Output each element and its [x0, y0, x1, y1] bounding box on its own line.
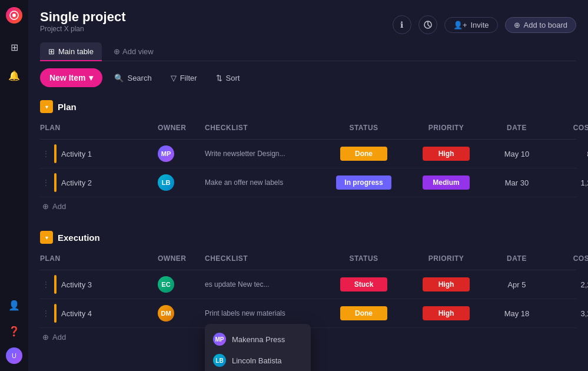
- tab-bar: ⊞ Main table ⊕ Add view: [40, 42, 576, 61]
- sidebar-item-bell[interactable]: 🔔: [5, 66, 24, 85]
- table-area: ▾ Plan Plan Owner Checklist Status Prior…: [28, 94, 588, 371]
- dropdown-avatar: LB: [213, 354, 226, 367]
- filter-button[interactable]: ▽ Filter: [164, 69, 204, 87]
- status-cell[interactable]: Stuck: [323, 277, 405, 292]
- search-icon: 🔍: [114, 74, 124, 82]
- priority-cell[interactable]: High: [405, 306, 487, 320]
- col-cost-exec: Cost/$: [546, 254, 588, 263]
- project-subtitle: Project X plan: [40, 25, 125, 33]
- dropdown-item[interactable]: MP Makenna Press: [205, 329, 311, 350]
- col-checklist: Checklist: [205, 124, 323, 132]
- owner-cell[interactable]: EC: [158, 276, 205, 293]
- sort-label: Sort: [226, 74, 240, 82]
- drag-handle-icon[interactable]: ⋮: [42, 309, 49, 317]
- table-row: ⋮ Activity 3 EC es update New tec... Stu…: [40, 270, 576, 299]
- status-badge: In progress: [336, 175, 391, 190]
- status-badge: Stuck: [340, 277, 387, 292]
- row-plan-cell: ⋮ Activity 3: [40, 270, 158, 299]
- row-plan-cell: ⋮ Activity 2: [40, 168, 158, 197]
- table-row: ⋮ Activity 2 LB Make an offer new labels…: [40, 168, 576, 197]
- project-title-group: Single project Project X plan: [40, 9, 125, 40]
- priority-badge: High: [423, 147, 470, 161]
- priority-cell[interactable]: Medium: [405, 175, 487, 190]
- owner-cell[interactable]: MP: [158, 145, 205, 162]
- column-headers-execution: Plan Owner Checklist Status Priority Dat…: [40, 247, 576, 270]
- add-label: Add: [52, 333, 66, 342]
- add-to-board-button[interactable]: ⊕ Add to board: [505, 17, 576, 33]
- sort-icon: ⇅: [216, 74, 222, 82]
- invite-button[interactable]: 👤+ Invite: [444, 17, 498, 33]
- row-name: Activity 2: [61, 178, 92, 187]
- plus-icon: ⊕: [42, 333, 49, 342]
- checklist-cell: Print labels new materials: [205, 309, 323, 317]
- row-color-bar: [54, 144, 57, 163]
- row-name: Activity 1: [61, 150, 92, 158]
- header-top: Single project Project X plan ℹ 👤+ Invit…: [40, 9, 576, 40]
- add-view-label: Add view: [122, 47, 154, 56]
- status-cell[interactable]: In progress: [323, 175, 405, 190]
- add-label: Add: [52, 202, 66, 211]
- sidebar-item-grid[interactable]: ⊞: [5, 38, 24, 57]
- new-item-label: New Item: [49, 73, 85, 82]
- status-badge: Done: [340, 147, 387, 161]
- sidebar-item-help[interactable]: ❓: [5, 322, 24, 340]
- owner-avatar: EC: [158, 276, 174, 293]
- group-plan-header: ▾ Plan: [40, 94, 576, 117]
- new-item-button[interactable]: New Item ▾: [40, 68, 102, 87]
- cost-cell: 800: [546, 150, 588, 158]
- app-logo[interactable]: [6, 7, 22, 24]
- priority-badge: High: [423, 277, 470, 292]
- col-status: Status: [323, 124, 405, 132]
- row-color-bar: [54, 275, 57, 294]
- cost-cell: 1,200: [546, 178, 588, 187]
- checklist-cell: es update New tec...: [205, 280, 323, 289]
- info-button[interactable]: ℹ: [393, 15, 411, 34]
- dropdown-item-label: Makenna Press: [232, 335, 285, 344]
- chevron-down-icon: ▾: [89, 73, 93, 82]
- search-button[interactable]: 🔍 Search: [107, 69, 158, 87]
- drag-handle-icon[interactable]: ⋮: [42, 150, 49, 158]
- status-cell[interactable]: Done: [323, 147, 405, 161]
- col-cost: Cost/$: [546, 124, 588, 132]
- table-row: ⋮ Activity 1 MP Write newsletter Design.…: [40, 140, 576, 168]
- people-dropdown: MP Makenna Press LB Lincoln Batista EC E…: [205, 324, 311, 371]
- priority-cell[interactable]: High: [405, 147, 487, 161]
- status-cell[interactable]: Done: [323, 306, 405, 320]
- filter-icon: ▽: [171, 74, 177, 82]
- sort-button[interactable]: ⇅ Sort: [209, 69, 247, 87]
- drag-handle-icon[interactable]: ⋮: [42, 178, 49, 187]
- sidebar-item-people[interactable]: 👤: [5, 296, 24, 314]
- owner-avatar-img: MP: [158, 145, 174, 162]
- row-plan-cell: ⋮ Activity 4: [40, 299, 158, 327]
- main-content: Single project Project X plan ℹ 👤+ Invit…: [28, 0, 588, 371]
- sidebar: ⊞ 🔔 👤 ❓ U: [0, 0, 28, 371]
- priority-cell[interactable]: High: [405, 277, 487, 292]
- dropdown-avatar: MP: [213, 333, 226, 346]
- dropdown-item[interactable]: LB Lincoln Batista: [205, 350, 311, 371]
- checklist-cell: Write newsletter Design...: [205, 150, 323, 158]
- group-execution-collapse[interactable]: ▾: [40, 231, 53, 244]
- tab-main-table[interactable]: ⊞ Main table: [40, 42, 102, 61]
- plus-circle-icon: ⊕: [514, 21, 520, 29]
- checklist-cell: Make an offer new labels: [205, 178, 323, 187]
- toolbar: New Item ▾ 🔍 Search ▽ Filter ⇅ Sort: [28, 61, 588, 94]
- status-badge: Done: [340, 306, 387, 320]
- add-view-button[interactable]: ⊕ Add view: [107, 42, 161, 61]
- table-row: ⋮ Activity 4 DM Print labels new materia…: [40, 299, 576, 328]
- invite-label: Invite: [470, 21, 489, 29]
- svg-point-1: [12, 14, 16, 17]
- owner-cell[interactable]: LB: [158, 174, 205, 191]
- group-plan-collapse[interactable]: ▾: [40, 100, 53, 113]
- group-plan: ▾ Plan Plan Owner Checklist Status Prior…: [40, 94, 576, 216]
- owner-avatar: DM: [158, 305, 174, 322]
- row-color-bar: [54, 304, 57, 323]
- col-owner-exec: Owner: [158, 254, 205, 263]
- user-avatar-sidebar[interactable]: U: [6, 347, 22, 364]
- group-execution-header: ▾ Execution: [40, 225, 576, 247]
- col-plan-exec: Plan: [40, 254, 158, 263]
- history-button[interactable]: [418, 15, 437, 34]
- owner-cell[interactable]: DM: [158, 305, 205, 322]
- add-row-plan[interactable]: ⊕ Add: [40, 197, 576, 216]
- drag-handle-icon[interactable]: ⋮: [42, 280, 49, 289]
- header: Single project Project X plan ℹ 👤+ Invit…: [28, 0, 588, 61]
